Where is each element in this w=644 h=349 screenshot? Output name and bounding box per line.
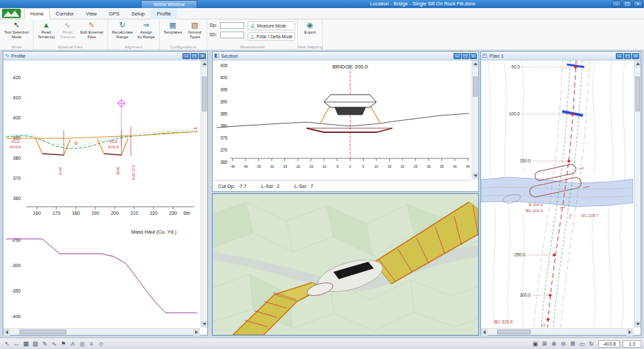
ribbon-tab-corridor[interactable]: Corridor — [50, 8, 80, 19]
section-offset-tick: 20 — [400, 164, 405, 168]
panel-close-button[interactable]: × — [470, 53, 477, 59]
section-offset-tick: -5 — [335, 164, 339, 168]
lssl-value: 2 — [277, 183, 280, 189]
plan-vscroll-thumb[interactable] — [635, 77, 640, 111]
close-button[interactable]: × — [633, 1, 643, 7]
ribbon-tab-profile[interactable]: Profile — [151, 8, 177, 19]
panel-restore-button[interactable]: ▢ — [624, 53, 631, 59]
zoom-in-icon[interactable]: ⊕ — [549, 340, 558, 348]
plan-panel-header[interactable]: ◰ Plan 1 –▢× — [481, 52, 641, 60]
section-offset-tick: -40 — [243, 164, 248, 168]
section-panel: ◧ Section –▢× BRIDGE 200.0 4054003953903… — [212, 51, 479, 192]
section-offset-tick: 0 — [350, 164, 352, 168]
ribbon-tab-setup[interactable]: Setup — [125, 8, 151, 19]
print-icon[interactable]: ⊞ — [540, 340, 549, 348]
profile-elev-tick: 410 — [13, 95, 21, 100]
tool-selection-mode-button[interactable]: ↖Tool SelectionMode — [2, 20, 31, 40]
hatch-icon[interactable]: ▨ — [31, 340, 40, 348]
capture-icon[interactable]: ▣ — [531, 340, 539, 348]
scroll-down-arrow[interactable] — [201, 321, 207, 328]
ribbon-tab-home[interactable]: Home — [24, 8, 50, 19]
profile-canvas[interactable]: 420410400390380370360 160170180190200210… — [3, 60, 200, 328]
window-buttons: – ▢ × — [612, 1, 643, 7]
scroll-right-arrow[interactable] — [193, 329, 200, 336]
scroll-right-arrow[interactable] — [627, 329, 633, 336]
profile-hscroll-thumb[interactable] — [19, 330, 66, 334]
section-window-buttons: –▢× — [453, 53, 477, 59]
plan-hscroll-thumb[interactable] — [497, 330, 531, 334]
scroll-left-arrow[interactable] — [3, 329, 10, 336]
scroll-down-arrow[interactable] — [472, 172, 478, 179]
section-vscroll-thumb[interactable] — [473, 77, 478, 97]
read-terrain-button[interactable]: ▲ReadTerrain(s) — [36, 20, 56, 40]
snap-icon[interactable]: ◇ — [97, 340, 105, 348]
text-icon[interactable]: A — [68, 340, 77, 348]
ribbon-group-alignment: ↻RecalculateRange⇒Assignby Range Alignme… — [108, 19, 160, 50]
plan-panel-title: Plan 1 — [490, 53, 504, 59]
flag-icon[interactable]: ⚑ — [59, 340, 68, 348]
scroll-up-arrow[interactable] — [472, 60, 478, 67]
measurement-field-label: Slp: — [209, 23, 219, 28]
templates-button[interactable]: ▦Templates — [162, 20, 184, 36]
plan-station-label: 250.0 — [515, 252, 526, 257]
panel-restore-button[interactable]: ▢ — [191, 53, 198, 59]
title-bar[interactable]: Active Window Location - Bridge - Single… — [0, 0, 644, 8]
section-vertical-scrollbar[interactable] — [472, 60, 478, 179]
panel-min-button[interactable]: – — [453, 53, 461, 59]
profile-elev-tick: 370 — [13, 176, 21, 181]
minimize-button[interactable]: – — [612, 1, 621, 7]
profile-panel-header[interactable]: ∿ Profile –▢× — [3, 52, 207, 60]
section-offset-tick: 15 — [388, 164, 392, 168]
grid-icon[interactable]: ▦ — [21, 340, 30, 348]
profile-vscroll-thumb[interactable] — [202, 77, 207, 111]
layers-icon[interactable]: ≡ — [87, 340, 96, 348]
panel-close-button[interactable]: × — [632, 53, 639, 59]
read-traverse-button[interactable]: ∿ReadTraverse — [58, 20, 78, 40]
section-elev-tick: 405 — [220, 63, 227, 68]
bc201-label: BC 201.0 — [526, 209, 543, 213]
scroll-left-arrow[interactable] — [481, 329, 488, 336]
polar-delta-mode-button[interactable]: △Polar / Delta Mode — [248, 32, 295, 41]
plan-horizontal-scrollbar[interactable] — [481, 328, 633, 335]
plan-station-label: 100.0 — [509, 111, 521, 116]
target-icon[interactable]: ◎ — [78, 340, 87, 348]
zoom-window-icon[interactable]: ▭ — [578, 340, 586, 348]
plan-vertical-scrollbar[interactable] — [634, 60, 641, 328]
view3d-canvas[interactable] — [213, 194, 478, 335]
profile-horizontal-scrollbar[interactable] — [3, 328, 200, 335]
select-tool-icon[interactable]: ↖ — [3, 340, 11, 348]
scroll-up-arrow[interactable] — [635, 60, 641, 67]
slp-input[interactable] — [220, 22, 244, 29]
zoom-extents-icon[interactable]: ⊠ — [568, 340, 577, 348]
edit-icon[interactable]: ✎ — [40, 340, 49, 348]
panel-restore-button[interactable]: ▢ — [462, 53, 469, 59]
measurement-field-label: SD: — [209, 32, 219, 37]
ground-types-button[interactable]: ▧GroundTypes — [184, 20, 205, 40]
export-button[interactable]: ◉Export — [300, 20, 320, 36]
edit-external-files-button[interactable]: ✎Edit ExternalFiles — [78, 20, 105, 40]
restore-button[interactable]: ▢ — [623, 1, 632, 7]
section-panel-header[interactable]: ◧ Section –▢× — [213, 52, 478, 60]
polyline-icon[interactable]: ∿ — [50, 340, 58, 348]
profile-vertical-scrollbar[interactable] — [201, 60, 207, 328]
scroll-down-arrow[interactable] — [635, 321, 641, 328]
app-logo[interactable] — [2, 9, 21, 18]
recalculate-range-button[interactable]: ↻RecalculateRange — [110, 20, 135, 40]
ribbon-tab-view[interactable]: View — [80, 8, 103, 19]
panel-min-button[interactable]: – — [182, 53, 190, 59]
zoom-out-icon[interactable]: ⊖ — [559, 340, 568, 348]
context-tab-active-window[interactable]: Active Window — [141, 0, 197, 8]
profile-station-units: Stn — [183, 211, 191, 215]
ribbon-tabs: HomeCorridorViewGPSSetupProfile — [24, 8, 177, 19]
section-canvas[interactable]: BRIDGE 200.0 405400395390385380375370365… — [213, 60, 471, 180]
plan-canvas[interactable]: 50.0100.0150.0250.0300.0 B 200.0 BC 201.… — [481, 60, 633, 328]
ribbon-tab-gps[interactable]: GPS — [103, 8, 125, 19]
measure-mode-button[interactable]: ∠Measure Mode — [248, 21, 295, 30]
sd-input[interactable] — [220, 32, 244, 38]
panel-min-button[interactable]: – — [616, 53, 623, 59]
scroll-up-arrow[interactable] — [201, 60, 207, 67]
refresh-icon[interactable]: ↻ — [587, 340, 596, 348]
assign-by-range-button[interactable]: ⇒Assignby Range — [136, 20, 157, 40]
panel-close-button[interactable]: × — [199, 53, 206, 59]
pan-tool-icon[interactable]: ↔ — [12, 340, 21, 348]
